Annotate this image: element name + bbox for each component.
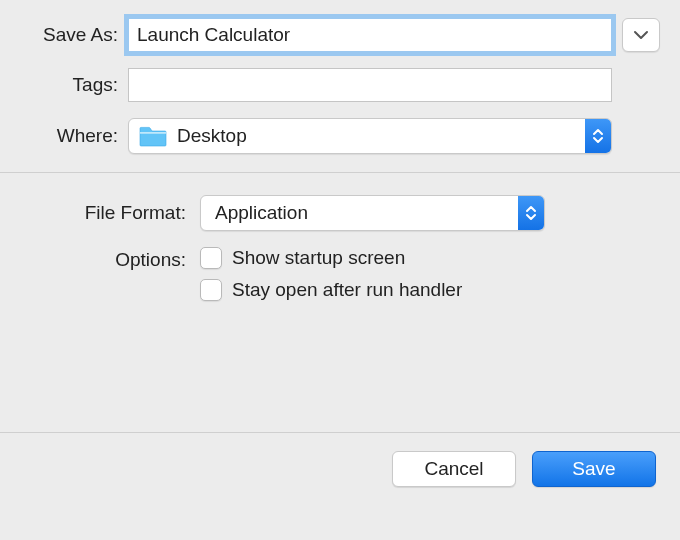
options-label: Options: <box>20 247 200 271</box>
where-select[interactable]: Desktop <box>128 118 612 154</box>
where-value: Desktop <box>177 125 247 147</box>
stay-open-checkbox[interactable] <box>200 279 222 301</box>
svg-rect-0 <box>140 132 166 133</box>
save-as-label: Save As: <box>20 24 128 46</box>
expand-button[interactable] <box>622 18 660 52</box>
show-startup-label: Show startup screen <box>232 247 405 269</box>
show-startup-checkbox[interactable] <box>200 247 222 269</box>
tags-label: Tags: <box>20 74 128 96</box>
file-format-label: File Format: <box>20 202 200 224</box>
cancel-button[interactable]: Cancel <box>392 451 516 487</box>
updown-icon <box>585 119 611 153</box>
folder-icon <box>139 125 167 147</box>
file-format-value: Application <box>215 202 308 224</box>
updown-icon <box>518 196 544 230</box>
footer: Cancel Save <box>0 432 680 505</box>
stay-open-label: Stay open after run handler <box>232 279 462 301</box>
chevron-down-icon <box>633 30 649 40</box>
where-label: Where: <box>20 125 128 147</box>
save-as-input[interactable] <box>128 18 612 52</box>
save-button[interactable]: Save <box>532 451 656 487</box>
tags-input[interactable] <box>128 68 612 102</box>
file-format-select[interactable]: Application <box>200 195 545 231</box>
